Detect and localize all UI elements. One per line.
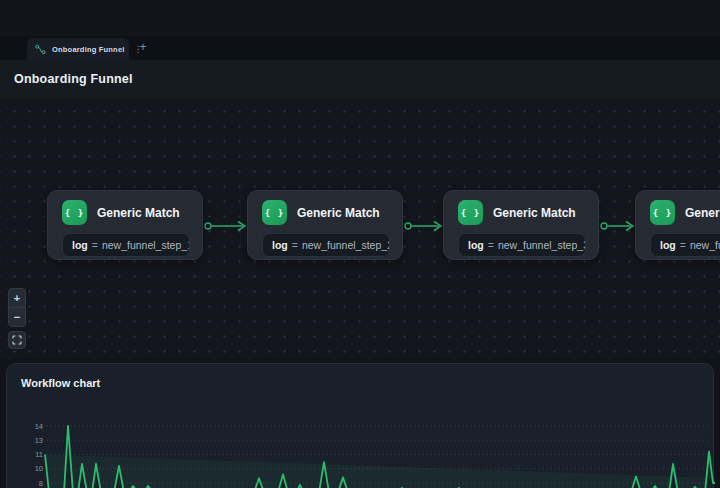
- node-title: Generic Match: [493, 206, 576, 220]
- param-key: log: [72, 239, 88, 251]
- param-operator: =: [488, 239, 494, 251]
- param-operator: =: [92, 239, 98, 251]
- param-value: new_funnel_step_3: [498, 239, 586, 251]
- y-tick-label: 14: [21, 422, 43, 431]
- flow-node[interactable]: { } Generic Match log = new_funnel_step_…: [635, 190, 720, 260]
- flow-node[interactable]: { } Generic Match log = new_funnel_step_…: [443, 190, 599, 260]
- fit-view-button[interactable]: [8, 331, 26, 349]
- node-header: { } Generic Match: [650, 200, 720, 225]
- flow-canvas[interactable]: { } Generic Match log = new_funnel_step_…: [0, 98, 720, 358]
- flow-edge[interactable]: [601, 222, 633, 231]
- new-tab-button[interactable]: +: [135, 39, 151, 55]
- param-key: log: [272, 239, 288, 251]
- tab-onboarding-funnel[interactable]: Onboarding Funnel ⋮: [27, 38, 129, 60]
- param-operator: =: [680, 239, 686, 251]
- param-operator: =: [292, 239, 298, 251]
- y-tick-label: 13: [21, 436, 43, 445]
- flow-edge[interactable]: [205, 222, 245, 231]
- workflow-chart: [7, 364, 715, 488]
- node-param-pill: log = new_funnel_step_4: [650, 233, 720, 257]
- window-top-strip: [0, 0, 720, 36]
- y-tick-label: 10: [21, 464, 43, 473]
- zoom-in-button[interactable]: +: [9, 289, 25, 307]
- page-header: Onboarding Funnel: [0, 60, 720, 98]
- zoom-out-button[interactable]: −: [9, 308, 25, 326]
- flow-node[interactable]: { } Generic Match log = new_funnel_step_…: [247, 190, 403, 260]
- y-tick-label: 8: [21, 479, 43, 488]
- tab-label: Onboarding Funnel: [52, 45, 125, 54]
- tab-bar: Onboarding Funnel ⋮ +: [0, 36, 720, 60]
- node-param-pill: log = new_funnel_step_2: [262, 233, 390, 257]
- braces-icon: { }: [650, 200, 675, 225]
- page-title: Onboarding Funnel: [14, 72, 133, 86]
- braces-icon: { }: [262, 200, 287, 225]
- param-value: new_funnel_step_2: [302, 239, 390, 251]
- y-tick-label: 11: [21, 450, 43, 459]
- param-value: new_funnel_step_1: [102, 239, 190, 251]
- app-window: Onboarding Funnel ⋮ + Onboarding Funnel …: [0, 0, 720, 488]
- node-header: { } Generic Match: [62, 200, 188, 225]
- node-param-pill: log = new_funnel_step_1: [62, 233, 190, 257]
- param-value: new_funnel_step_4: [690, 239, 720, 251]
- braces-icon: { }: [62, 200, 87, 225]
- param-key: log: [468, 239, 484, 251]
- chart-title: Workflow chart: [21, 377, 100, 389]
- zoom-button-group: + −: [8, 288, 26, 327]
- node-header: { } Generic Match: [458, 200, 584, 225]
- fit-view-icon: [12, 335, 22, 345]
- node-header: { } Generic Match: [262, 200, 388, 225]
- workflow-chart-panel: Workflow chart 141311108: [6, 363, 714, 488]
- param-key: log: [660, 239, 676, 251]
- node-title: Generic Match: [297, 206, 380, 220]
- flow-node[interactable]: { } Generic Match log = new_funnel_step_…: [47, 190, 203, 260]
- canvas-controls: + −: [8, 288, 26, 349]
- braces-icon: { }: [458, 200, 483, 225]
- node-param-pill: log = new_funnel_step_3: [458, 233, 586, 257]
- node-title: Generic Match: [685, 206, 720, 220]
- workflow-icon: [35, 44, 46, 55]
- flow-edge[interactable]: [405, 222, 441, 231]
- node-title: Generic Match: [97, 206, 180, 220]
- chart-line-series: [45, 426, 715, 488]
